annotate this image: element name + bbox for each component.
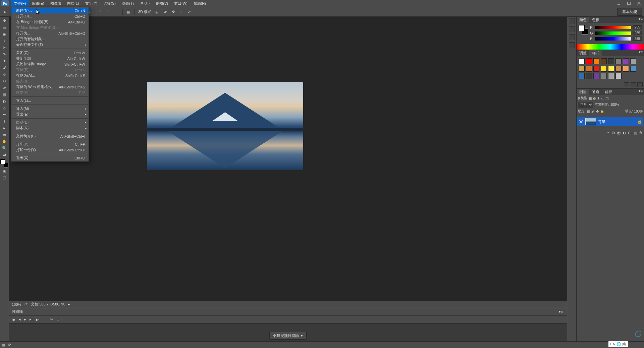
transition-icon[interactable]: ▱ xyxy=(57,317,59,322)
paragraph-panel-icon[interactable] xyxy=(569,34,575,40)
menu-item[interactable]: 关闭全部Alt+Ctrl+W xyxy=(11,56,89,61)
style-swatch[interactable] xyxy=(579,66,585,72)
3d-pan-icon[interactable]: ✥ xyxy=(170,8,176,15)
tool-preset-icon[interactable]: ▸ xyxy=(2,8,9,15)
tab-adjustments[interactable]: 调整 xyxy=(577,50,589,56)
menu-item[interactable]: 最近打开文件(T) xyxy=(11,42,89,48)
play-icon[interactable]: ▸ xyxy=(24,317,26,322)
b-slider[interactable] xyxy=(595,37,631,41)
character-panel-icon[interactable] xyxy=(569,26,575,32)
next-frame-icon[interactable]: ▸| xyxy=(30,317,33,322)
lock-transparent-icon[interactable]: ▦ xyxy=(587,110,590,113)
menu-滤镜[interactable]: 滤镜(T) xyxy=(119,0,137,7)
panel-menu-icon[interactable]: ▾≡ xyxy=(637,89,644,95)
menu-文字[interactable]: 文字(Y) xyxy=(82,0,101,7)
clone-stamp-tool-icon[interactable]: ⎆ xyxy=(1,71,8,77)
brush-tool-icon[interactable]: 🖌 xyxy=(1,65,8,71)
distribute-left-icon[interactable]: ⋮ xyxy=(97,8,104,15)
menu-item[interactable]: 置入(L)... xyxy=(11,98,89,103)
style-swatch[interactable] xyxy=(586,73,592,79)
style-swatch[interactable] xyxy=(623,66,629,72)
tab-layers[interactable]: 图层 xyxy=(577,89,589,95)
opacity-value[interactable]: 100% xyxy=(610,103,619,107)
tab-channels[interactable]: 通道 xyxy=(589,89,602,95)
hand-tool-icon[interactable]: ✋ xyxy=(1,138,8,144)
close-button[interactable] xyxy=(634,0,644,7)
menu-item[interactable]: 导入(M) xyxy=(11,106,89,112)
b-value[interactable]: 255 xyxy=(633,37,642,41)
menu-图层[interactable]: 图层(L) xyxy=(64,0,82,7)
mask-icon[interactable]: ◩ xyxy=(617,131,621,135)
menu-图像[interactable]: 图像(I) xyxy=(47,0,64,7)
filter-shape-icon[interactable]: ▭ xyxy=(601,96,604,100)
menu-item[interactable]: 新建(N)...Ctrl+N xyxy=(11,8,89,13)
menu-帮助[interactable]: 帮助(H) xyxy=(191,0,209,7)
tab-swatches[interactable]: 色板 xyxy=(589,17,602,23)
style-swatch[interactable] xyxy=(586,58,592,64)
chevron-down-icon[interactable]: ▾ xyxy=(301,334,303,338)
trash-icon[interactable]: 🗑 xyxy=(639,131,643,135)
style-swatch[interactable] xyxy=(608,58,614,64)
menu-item[interactable]: 退出(X)Ctrl+Q xyxy=(11,155,89,161)
menu-item[interactable]: 自动(U) xyxy=(11,120,89,125)
style-swatch[interactable] xyxy=(623,58,629,64)
menu-item[interactable]: 打印(P)...Ctrl+P xyxy=(11,141,89,147)
menu-item[interactable]: 在 Bridge 中浏览(B)...Alt+Ctrl+O xyxy=(11,19,89,25)
style-swatch[interactable] xyxy=(615,58,622,64)
style-swatch[interactable] xyxy=(579,73,585,79)
ime-indicator[interactable]: EN 🌐 简 xyxy=(608,341,628,347)
rectangle-tool-icon[interactable]: ▭ xyxy=(1,132,8,138)
menu-item[interactable]: 文件简介(F)...Alt+Shift+Ctrl+I xyxy=(11,133,89,139)
auto-align-icon[interactable]: ▦ xyxy=(125,8,132,15)
panel-menu-icon[interactable]: ▾≡ xyxy=(637,17,644,23)
fx-icon[interactable]: fx xyxy=(612,131,615,135)
blend-mode-select[interactable]: 正常 xyxy=(578,102,593,108)
style-swatch[interactable] xyxy=(593,66,599,72)
lock-position-icon[interactable]: ✥ xyxy=(596,110,599,113)
timeline-tab-label[interactable]: 时间轴 xyxy=(12,309,23,314)
filter-adjust-icon[interactable]: ◐ xyxy=(593,96,596,100)
style-swatch[interactable] xyxy=(615,66,622,72)
tab-color[interactable]: 颜色 xyxy=(577,17,589,23)
lock-image-icon[interactable]: 🖌 xyxy=(591,110,595,113)
switch-colors-icon[interactable]: ⇄ xyxy=(1,152,8,158)
properties-panel-icon[interactable] xyxy=(569,42,575,48)
filter-type-icon[interactable]: T xyxy=(597,96,599,100)
maximize-button[interactable] xyxy=(624,0,634,7)
adjustment-icon[interactable]: ◐ xyxy=(623,131,626,135)
create-video-timeline-button[interactable]: 创建视频时间轴 ▾ xyxy=(269,332,307,340)
tab-styles[interactable]: 样式 xyxy=(589,50,602,56)
style-swatch[interactable] xyxy=(579,58,585,64)
new-style-icon[interactable] xyxy=(631,82,636,87)
menu-文件[interactable]: 文件(F) xyxy=(11,0,29,7)
magic-wand-tool-icon[interactable]: ✧ xyxy=(1,38,8,44)
eyedropper-tool-icon[interactable]: ✎ xyxy=(1,51,8,57)
reload-icon[interactable]: ⟳ xyxy=(24,302,28,306)
zoom-level[interactable]: 100% xyxy=(12,302,21,306)
layer-row[interactable]: 背景 🔒 xyxy=(577,117,643,126)
lasso-tool-icon[interactable]: ◉ xyxy=(1,31,8,37)
lock-all-icon[interactable]: 🔒 xyxy=(600,110,604,113)
path-selection-tool-icon[interactable]: ▸ xyxy=(1,125,8,131)
mini-bridge-icon[interactable]: ▥ xyxy=(2,343,5,347)
style-swatch[interactable] xyxy=(630,58,636,64)
blur-tool-icon[interactable]: ◐ xyxy=(1,98,8,104)
prev-frame-icon[interactable]: ◂ xyxy=(19,317,21,322)
tab-paths[interactable]: 路径 xyxy=(602,89,615,95)
foreground-background-colors[interactable] xyxy=(0,159,8,167)
color-spectrum[interactable] xyxy=(577,44,644,50)
3d-roll-icon[interactable]: ⟳ xyxy=(162,8,168,15)
menu-item[interactable]: 关闭(C)Ctrl+W xyxy=(11,50,89,56)
style-swatch[interactable] xyxy=(593,58,599,64)
r-slider[interactable] xyxy=(595,26,631,29)
status-arrow-icon[interactable]: ▸ xyxy=(68,302,70,306)
menu-选择[interactable]: 选择(S) xyxy=(100,0,119,7)
split-clip-icon[interactable]: ✂ xyxy=(50,317,53,322)
menu-item[interactable]: 导出(E) xyxy=(11,112,89,117)
color-chip[interactable] xyxy=(579,25,588,34)
dodge-tool-icon[interactable]: ☼ xyxy=(1,105,8,111)
style-swatch[interactable] xyxy=(601,73,607,79)
pen-tool-icon[interactable]: ✒ xyxy=(1,112,8,118)
style-swatch[interactable] xyxy=(608,73,614,79)
trash-icon[interactable] xyxy=(637,82,643,87)
